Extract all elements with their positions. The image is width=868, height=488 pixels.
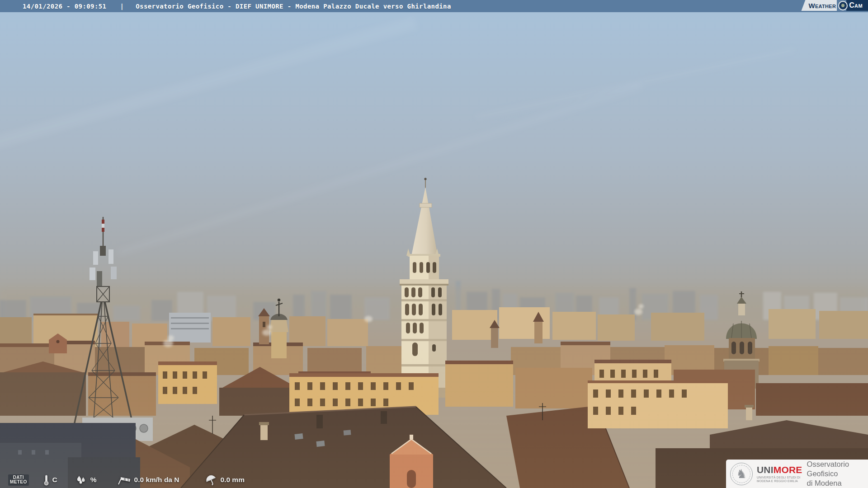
unimore-brand-more: MORE — [774, 465, 802, 475]
meteo-label: DATI METEO — [8, 474, 29, 486]
weathercam-logo[interactable]: Weather Cam — [801, 0, 868, 11]
webcam-scene — [0, 0, 868, 488]
unimore-credit-box[interactable]: ♞ UNIMORE UNIVERSITÀ DEGLI STUDI DI MODE… — [726, 460, 868, 488]
unimore-inst-line2: MODENA E REGGIO EMILIA — [757, 479, 802, 483]
unimore-inst-line1: UNIVERSITÀ DEGLI STUDI DI — [757, 476, 802, 479]
weathercam-weather-label: Weather — [801, 0, 837, 11]
camera-title: Osservatorio Geofisico - DIEF UNIMORE - … — [136, 3, 451, 10]
timestamp: 14/01/2026 - 09:09:51 — [23, 3, 106, 10]
humidity-icon — [75, 475, 87, 485]
meteo-data-bar: DATI METEO C % — [0, 472, 245, 488]
unimore-seal-icon: ♞ — [730, 463, 753, 485]
humidity-value: % — [90, 476, 97, 484]
rain-value: 0.0 mm — [221, 476, 245, 484]
observatory-name-line1: Osservatorio Geofisico — [807, 460, 864, 479]
separator: | — [120, 3, 124, 10]
webcam-viewer: 14/01/2026 - 09:09:51 | Osservatorio Geo… — [0, 0, 868, 488]
unimore-brand-uni: UNI — [757, 465, 774, 475]
weathercam-lens-icon — [838, 1, 848, 10]
unimore-wordmark: UNIMORE UNIVERSITÀ DEGLI STUDI DI MODENA… — [757, 465, 802, 483]
top-info-bar: 14/01/2026 - 09:09:51 | Osservatorio Geo… — [0, 0, 868, 12]
thermometer-icon — [43, 474, 49, 486]
weathercam-cam-label: Cam — [846, 0, 868, 11]
umbrella-icon — [205, 474, 217, 486]
windsock-icon — [117, 474, 131, 485]
observatory-name-line2: di Modena — [807, 479, 864, 488]
wind-value: 0.0 km/h da N — [134, 476, 179, 484]
meteo-label-line2: METEO — [10, 480, 27, 485]
temperature-value: C — [52, 476, 57, 484]
observatory-name: Osservatorio Geofisico di Modena — [807, 460, 864, 488]
